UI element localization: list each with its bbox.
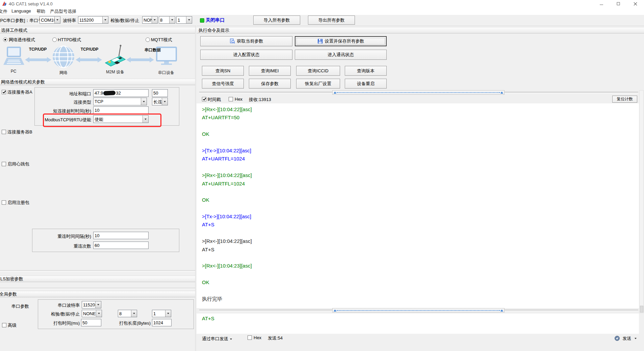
chevron-down-icon[interactable] bbox=[169, 17, 175, 23]
menu-language[interactable]: Language bbox=[11, 8, 31, 14]
heartbeat-checkbox[interactable] bbox=[2, 162, 6, 166]
close-button[interactable] bbox=[627, 0, 644, 7]
log-line: AT+UARTFL=1024 bbox=[197, 156, 639, 164]
log-line: >[Rx<-][10:04:22][asc] bbox=[197, 238, 639, 246]
factory-reset-button[interactable]: 恢复出厂设置 bbox=[296, 79, 340, 89]
hex-recv-checkbox[interactable] bbox=[229, 97, 233, 101]
device-restart-button[interactable]: 设备重启 bbox=[345, 79, 387, 89]
query-signal-button[interactable]: 查信号强度 bbox=[202, 79, 244, 89]
pack-time-label: 打包时间(ms) bbox=[32, 320, 80, 326]
send-input-area[interactable]: AT+S bbox=[197, 314, 639, 334]
query-iccid-button[interactable]: 查询ICCID bbox=[296, 66, 340, 76]
save-floppy-icon bbox=[317, 39, 323, 44]
chevron-down-icon[interactable] bbox=[54, 17, 60, 23]
stopbits-select[interactable]: 1 bbox=[176, 16, 192, 24]
radio-httpd-mode[interactable] bbox=[52, 37, 57, 42]
node-label-serial-device: 串口设备 bbox=[158, 70, 174, 76]
reset-count-button[interactable]: 复位计数 bbox=[612, 96, 637, 103]
maximize-button[interactable] bbox=[610, 0, 627, 7]
chevron-down-icon[interactable] bbox=[102, 17, 108, 23]
close-icon bbox=[634, 2, 637, 6]
chevron-down-icon[interactable] bbox=[186, 17, 192, 23]
log-output[interactable]: >[Rx<-][10:04:22][asc] AT+UARTFT=50 OK >… bbox=[197, 103, 639, 308]
parity-select[interactable]: NONE bbox=[142, 16, 158, 24]
send-button[interactable]: 发送 bbox=[615, 335, 637, 342]
server-a-checkbox[interactable] bbox=[2, 90, 6, 94]
server-address-input[interactable]: 47.932 bbox=[93, 89, 149, 97]
port-open-led-icon bbox=[200, 18, 204, 23]
serial-baud-label: 串口波特率 bbox=[36, 302, 80, 308]
timestamp-checkbox[interactable] bbox=[202, 97, 206, 101]
chevron-down-icon[interactable] bbox=[165, 310, 171, 317]
modbus-select[interactable]: 使能 bbox=[93, 115, 149, 123]
export-all-params-button[interactable]: 导出所有参数 bbox=[308, 16, 355, 25]
set-save-params-button[interactable]: 设置并保存所有参数 bbox=[295, 36, 387, 46]
menu-product-model[interactable]: 产品型号选择 bbox=[50, 8, 76, 15]
serial-baud-select[interactable]: 115200 bbox=[82, 301, 101, 308]
radio-transparent-mode[interactable] bbox=[3, 37, 7, 42]
chevron-down-icon[interactable] bbox=[95, 301, 101, 308]
v-scroll-thumb[interactable] bbox=[640, 306, 643, 312]
query-imei-button[interactable]: 查询IMEI bbox=[249, 66, 291, 76]
log-line: OK bbox=[197, 197, 639, 205]
keepalive-select[interactable]: 长连接 bbox=[152, 98, 168, 105]
chevron-down-icon bbox=[635, 338, 637, 339]
pack-time-input[interactable]: 50 bbox=[81, 319, 101, 326]
conn-type-select[interactable]: TCP bbox=[93, 98, 147, 105]
conn-type-label: 连接类型 bbox=[34, 99, 91, 105]
pack-len-input[interactable]: 1024 bbox=[152, 319, 172, 326]
save-params-button[interactable]: 保存参数 bbox=[249, 79, 291, 89]
chevron-down-icon[interactable] bbox=[141, 98, 147, 105]
server-port-input[interactable]: 50 bbox=[152, 89, 168, 97]
com-port-select[interactable]: COM10 bbox=[40, 16, 60, 24]
slider-thumb[interactable] bbox=[332, 90, 505, 95]
menu-help[interactable]: 帮助 bbox=[36, 8, 45, 15]
global-params-header[interactable]: 全局参数 bbox=[0, 291, 195, 297]
log-line bbox=[197, 189, 639, 197]
reconnect-count-input[interactable]: 60 bbox=[93, 242, 149, 249]
import-all-params-button[interactable]: 导入所有参数 bbox=[253, 16, 300, 25]
close-port-button[interactable]: 关闭串口 bbox=[206, 17, 225, 23]
enter-config-button[interactable]: 进入配置状态 bbox=[200, 50, 292, 60]
chevron-down-icon bbox=[230, 339, 232, 340]
advanced-checkbox[interactable] bbox=[2, 323, 6, 327]
short-timeout-input[interactable]: 10 bbox=[93, 106, 149, 114]
databits-select[interactable]: 8 bbox=[159, 16, 175, 24]
slider-thumb[interactable] bbox=[332, 308, 505, 312]
serial-stopbits-select[interactable]: 1 bbox=[152, 310, 171, 317]
server-b-checkbox[interactable] bbox=[2, 130, 6, 134]
log-v-scrollbar[interactable] bbox=[639, 90, 644, 313]
server-a-label: 连接服务器A bbox=[7, 89, 32, 95]
radio-mqtt-mode-label: MQTT模式 bbox=[151, 37, 172, 43]
reconnect-interval-input[interactable]: 10 bbox=[93, 232, 149, 239]
chevron-down-icon[interactable] bbox=[143, 116, 148, 123]
keepalive-value: 长连接 bbox=[152, 98, 162, 105]
hex-send-checkbox[interactable] bbox=[248, 335, 252, 340]
log-line: AT+S bbox=[197, 247, 639, 255]
chevron-down-icon[interactable] bbox=[152, 17, 157, 23]
serial-databits-select[interactable]: 8 bbox=[118, 310, 137, 317]
baud-select[interactable]: 115200 bbox=[78, 16, 108, 24]
enter-comm-button[interactable]: 进入通讯状态 bbox=[295, 50, 387, 60]
node-label-network: 网络 bbox=[59, 70, 68, 76]
query-version-button[interactable]: 查询版本 bbox=[345, 66, 387, 76]
log-line bbox=[197, 140, 639, 148]
send-via-select[interactable]: 通过串口发送 bbox=[202, 336, 232, 342]
minimize-button[interactable] bbox=[593, 0, 610, 7]
tls-header[interactable]: TLS加密参数 bbox=[0, 276, 195, 282]
query-sn-button[interactable]: 查询SN bbox=[202, 66, 244, 76]
menu-bar: 文件 Language 帮助 产品型号选择 bbox=[0, 7, 644, 15]
chevron-down-icon[interactable] bbox=[162, 98, 168, 105]
serial-parity-select[interactable]: NONE bbox=[82, 310, 102, 317]
log-h-slider[interactable] bbox=[199, 90, 638, 95]
chevron-down-icon[interactable] bbox=[131, 310, 137, 317]
register-checkbox[interactable] bbox=[2, 200, 6, 205]
menu-file[interactable]: 文件 bbox=[0, 8, 7, 15]
log-line: AT+UARTFL=1024 bbox=[197, 181, 639, 189]
get-params-button[interactable]: 获取当前参数 bbox=[200, 36, 292, 46]
chevron-down-icon[interactable] bbox=[96, 310, 102, 317]
send-button-label: 发送 bbox=[622, 336, 631, 341]
radio-mqtt-mode[interactable] bbox=[146, 37, 150, 42]
send-h-slider[interactable] bbox=[199, 308, 638, 313]
work-mode-header: 选择工作模式 bbox=[0, 27, 195, 33]
